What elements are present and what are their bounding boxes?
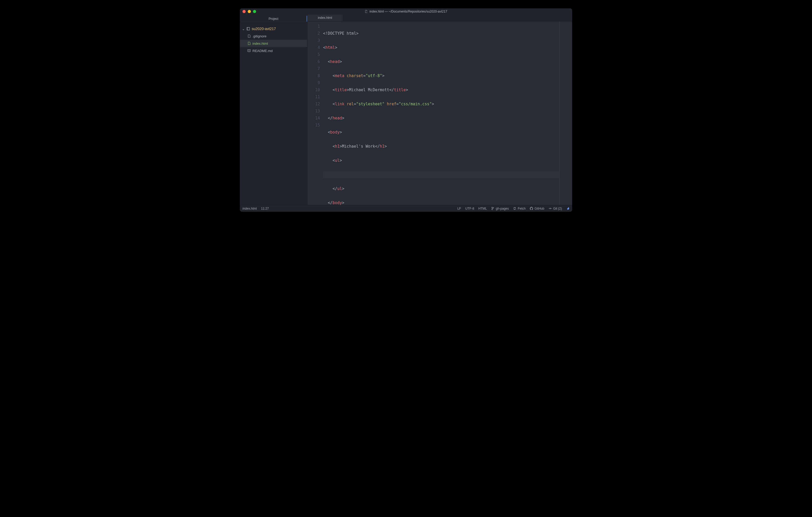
minimize-window-button[interactable] [248, 10, 251, 13]
code-content[interactable]: <!DOCTYPE html> <html> <head> <meta char… [322, 22, 559, 205]
book-icon [247, 49, 251, 53]
close-window-button[interactable] [242, 10, 245, 13]
tree-file-label: README.md [253, 49, 272, 53]
titlebar: index.html — ~/Documents/Repositories/su… [240, 8, 572, 14]
editor[interactable]: 1 2 3 4 5 6 7 8 9 10 11 12 13 14 [308, 22, 572, 205]
file-tree: ⌄ su2020-avt217 .gitignore index.html [240, 23, 307, 57]
file-icon [247, 41, 251, 45]
tree-file-label: index.html [253, 41, 268, 45]
tree-root[interactable]: ⌄ su2020-avt217 [240, 25, 307, 32]
sidebar: Project ⌄ su2020-avt217 .gitignore [240, 14, 308, 205]
zoom-window-button[interactable] [253, 10, 256, 13]
status-filename[interactable]: index.html [242, 207, 257, 210]
tree-root-label: su2020-avt217 [252, 27, 276, 31]
chevron-down-icon: ⌄ [242, 27, 245, 31]
svg-rect-0 [247, 27, 250, 30]
tree-file-readme[interactable]: README.md [240, 47, 307, 54]
editor-tabbar: index.html [308, 14, 572, 22]
editor-window: index.html — ~/Documents/Repositories/su… [240, 8, 572, 212]
squirrel-icon[interactable] [566, 207, 570, 210]
sidebar-tab-project[interactable]: Project [240, 14, 307, 23]
tree-file-label: .gitignore [253, 34, 266, 38]
window-controls [240, 10, 256, 13]
status-cursor-position[interactable]: 11:27 [261, 207, 269, 210]
tree-file-index[interactable]: index.html [240, 40, 307, 47]
tree-file-gitignore[interactable]: .gitignore [240, 32, 307, 40]
file-icon [247, 34, 251, 38]
window-title: index.html — ~/Documents/Repositories/su… [369, 10, 447, 13]
line-gutter: 1 2 3 4 5 6 7 8 9 10 11 12 13 14 [308, 22, 322, 205]
tab-label: index.html [318, 16, 332, 20]
file-icon [365, 10, 368, 13]
repo-icon [246, 27, 250, 31]
tab-index-html[interactable]: index.html [308, 14, 343, 21]
